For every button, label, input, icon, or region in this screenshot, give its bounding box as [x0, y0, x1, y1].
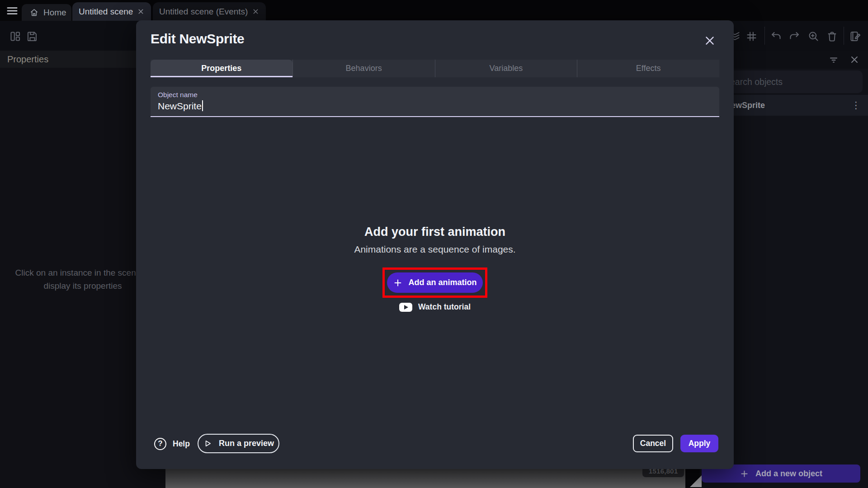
- add-new-object-label: Add a new object: [755, 469, 822, 479]
- object-name-input[interactable]: Object name NewSprite: [151, 87, 719, 117]
- apply-button[interactable]: Apply: [680, 435, 718, 452]
- tab-untitled-scene[interactable]: Untitled scene: [72, 2, 151, 21]
- filter-icon[interactable]: [828, 54, 839, 65]
- close-panel-icon[interactable]: [849, 54, 860, 65]
- help-icon: ?: [154, 438, 166, 450]
- empty-state-heading: Add your first animation: [136, 225, 734, 239]
- help-label: Help: [173, 439, 190, 449]
- play-icon: [203, 439, 212, 448]
- main-menu-icon[interactable]: [6, 5, 18, 17]
- tab-behaviors[interactable]: Behaviors: [292, 60, 435, 77]
- save-icon[interactable]: [26, 30, 38, 42]
- zoom-in-icon[interactable]: [807, 30, 820, 42]
- redo-icon[interactable]: [788, 30, 801, 42]
- tab-properties[interactable]: Properties: [151, 60, 292, 77]
- gdevelop-app: Home Untitled scene Untitled scene (Even…: [0, 0, 868, 488]
- tab-events-label: Untitled scene (Events): [159, 7, 248, 17]
- run-preview-button[interactable]: Run a preview: [198, 434, 279, 453]
- tab-untitled-scene-events[interactable]: Untitled scene (Events): [153, 2, 266, 21]
- watch-tutorial-label: Watch tutorial: [418, 302, 471, 312]
- edit-scene-properties-icon[interactable]: [849, 30, 861, 42]
- toolbar-separator: [764, 27, 765, 45]
- object-name-input-value: NewSprite: [158, 100, 203, 112]
- top-tab-bar: Home Untitled scene Untitled scene (Even…: [0, 0, 868, 21]
- close-dialog-icon[interactable]: [704, 35, 716, 47]
- undo-icon[interactable]: [770, 30, 782, 42]
- dialog-tabs: Properties Behaviors Variables Effects: [151, 60, 719, 77]
- edit-object-dialog: Edit NewSprite Properties Behaviors Vari…: [136, 20, 734, 469]
- watch-tutorial-link[interactable]: Watch tutorial: [136, 302, 734, 312]
- help-button[interactable]: ? Help: [154, 434, 190, 453]
- empty-state-subheading: Animations are a sequence of images.: [136, 244, 734, 255]
- canvas-resize-corner[interactable]: [690, 475, 702, 487]
- tab-scene-label: Untitled scene: [79, 7, 133, 17]
- tab-effects[interactable]: Effects: [577, 60, 719, 77]
- grid-icon[interactable]: [745, 30, 758, 42]
- youtube-icon: [399, 303, 412, 312]
- tab-variables[interactable]: Variables: [435, 60, 577, 77]
- text-caret: [202, 100, 203, 111]
- trash-icon[interactable]: [826, 30, 838, 42]
- tab-home-label: Home: [43, 8, 66, 18]
- object-name-input-label: Object name: [158, 91, 198, 99]
- close-tab-icon[interactable]: [252, 8, 259, 15]
- close-tab-icon[interactable]: [137, 8, 145, 15]
- home-icon: [29, 8, 39, 17]
- add-animation-button[interactable]: Add an animation: [387, 272, 483, 293]
- add-animation-label: Add an animation: [408, 278, 476, 287]
- tab-home[interactable]: Home: [22, 4, 71, 21]
- cancel-button[interactable]: Cancel: [633, 435, 673, 452]
- object-menu-icon[interactable]: ⋮: [851, 99, 861, 111]
- run-preview-label: Run a preview: [219, 439, 274, 448]
- toolbar-separator: [844, 27, 844, 45]
- open-project-manager-icon[interactable]: [9, 30, 21, 42]
- dialog-title: Edit NewSprite: [151, 31, 245, 47]
- scene-canvas[interactable]: [165, 469, 685, 488]
